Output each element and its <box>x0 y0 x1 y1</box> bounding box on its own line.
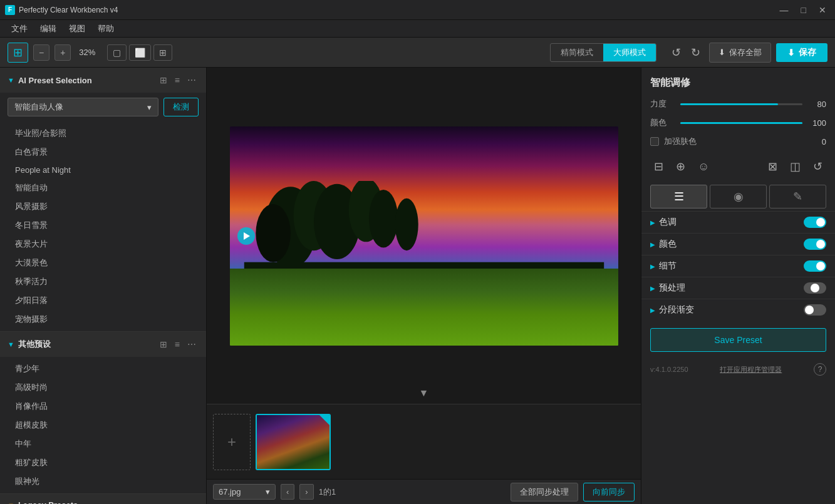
skin-tone-checkbox[interactable] <box>650 137 659 146</box>
list-item[interactable]: 中年 <box>0 435 206 453</box>
preprocess-toggle-row[interactable]: ▶ 预处理 <box>641 277 835 299</box>
zoom-out-button[interactable]: − <box>33 44 49 61</box>
strength-row: 力度 80 <box>641 95 835 113</box>
other-section-toggle[interactable]: ▼ <box>8 341 14 348</box>
color-value: 100 <box>807 118 826 128</box>
color-tone-toggle-switch[interactable] <box>804 217 826 228</box>
thumbnail-item[interactable] <box>256 414 331 470</box>
detail-toggle-label: 细节 <box>659 260 804 272</box>
right-panel-title: 智能调修 <box>641 68 835 95</box>
detail-toggle-switch[interactable] <box>804 260 826 272</box>
menu-help[interactable]: 帮助 <box>91 21 120 37</box>
other-list-view-button[interactable]: ≡ <box>172 338 182 351</box>
preset-dropdown[interactable]: 智能自动人像 ▾ <box>8 98 158 116</box>
menu-file[interactable]: 文件 <box>5 21 34 37</box>
view-compare-button[interactable]: ⬜ <box>129 44 151 61</box>
other-section-title: 其他预设 <box>18 339 153 350</box>
detail-toggle-row[interactable]: ▶ 细节 <box>641 255 835 277</box>
list-item[interactable]: 宠物摄影 <box>0 310 206 329</box>
save-button[interactable]: ⬇ 保存 <box>776 43 827 62</box>
filename-selector[interactable]: 67.jpg ▾ <box>213 484 276 500</box>
globe-tab-button[interactable]: ◉ <box>710 185 767 208</box>
skin-tone-row: 加强肤色 0 <box>641 132 835 151</box>
list-item[interactable]: 风景摄影 <box>0 197 206 216</box>
other-grid-view-button[interactable]: ⊞ <box>157 338 170 351</box>
color-toggle-switch[interactable] <box>804 239 826 250</box>
next-image-button[interactable]: › <box>299 484 313 500</box>
face-tool-button[interactable]: ☺ <box>694 158 713 176</box>
logo-button[interactable]: ⊞ <box>8 43 28 63</box>
list-item[interactable]: 冬日雪景 <box>0 216 206 235</box>
close-button[interactable]: ✕ <box>815 4 830 16</box>
add-image-button[interactable]: + <box>213 414 251 470</box>
ai-grid-view-button[interactable]: ⊞ <box>157 74 170 86</box>
list-item[interactable]: 夕阳日落 <box>0 291 206 310</box>
view-split-button[interactable]: ⊞ <box>153 44 172 61</box>
adjustment-tabs: ☰ ◉ ✎ <box>641 182 835 211</box>
zoom-in-button[interactable]: + <box>54 44 71 61</box>
ai-preset-section: ▼ AI Preset Selection ⊞ ≡ ⋯ 智能自动人像 ▾ 检测 … <box>0 68 206 332</box>
skin-tone-label: 加强肤色 <box>664 136 802 147</box>
rotate-tool-button[interactable]: ↺ <box>809 157 826 176</box>
sync-forward-button[interactable]: 向前同步 <box>583 483 635 501</box>
play-button[interactable] <box>237 227 255 245</box>
color-tool-button[interactable]: ◫ <box>786 157 804 176</box>
sync-all-button[interactable]: 全部同步处理 <box>511 483 578 501</box>
ai-section-toggle[interactable]: ▼ <box>8 76 14 84</box>
simple-mode-button[interactable]: 精简模式 <box>551 44 603 61</box>
transform-tool-button[interactable]: ⊕ <box>672 157 689 176</box>
minimize-button[interactable]: — <box>776 4 792 16</box>
list-item[interactable]: 粗犷皮肤 <box>0 453 206 472</box>
legacy-section-toggle[interactable]: ▼ <box>8 501 14 505</box>
color-toggle-row[interactable]: ▶ 颜色 <box>641 233 835 255</box>
list-item[interactable]: 夜景大片 <box>0 235 206 254</box>
sliders-tab-button[interactable]: ☰ <box>650 185 707 208</box>
maximize-button[interactable]: □ <box>797 4 810 16</box>
help-button[interactable]: ? <box>814 363 826 376</box>
redo-button[interactable]: ↻ <box>687 43 704 62</box>
list-item[interactable]: 眼神光 <box>0 472 206 491</box>
tool-icons-row: ⊟ ⊕ ☺ ⊠ ◫ ↺ <box>641 151 835 182</box>
list-item[interactable]: 秋季活力 <box>0 272 206 291</box>
preset-dropdown-value: 智能自动人像 <box>14 101 63 113</box>
list-item[interactable]: 超模皮肤 <box>0 416 206 435</box>
gradient-toggle-row[interactable]: ▶ 分段渐变 <box>641 299 835 321</box>
list-item[interactable]: 智能自动 <box>0 178 206 197</box>
detect-button[interactable]: 检测 <box>163 98 199 116</box>
bottom-bar: 67.jpg ▾ ‹ › 1的1 全部同步处理 向前同步 <box>207 479 641 504</box>
ai-more-button[interactable]: ⋯ <box>185 74 199 86</box>
save-preset-button[interactable]: Save Preset <box>650 328 826 352</box>
paint-tab-button[interactable]: ✎ <box>769 185 826 208</box>
list-item[interactable]: 白色背景 <box>0 143 206 162</box>
color-slider[interactable] <box>680 122 802 124</box>
crop-tool-button[interactable]: ⊟ <box>650 157 667 176</box>
prev-image-button[interactable]: ‹ <box>281 484 294 500</box>
menu-view[interactable]: 视图 <box>63 21 91 37</box>
save-all-icon: ⬇ <box>718 48 725 57</box>
app-manager-link[interactable]: 打开应用程序管理器 <box>720 365 782 374</box>
list-item[interactable]: 毕业照/合影照 <box>0 124 206 143</box>
gradient-toggle-arrow: ▶ <box>650 307 655 314</box>
save-all-button[interactable]: ⬇ 保存全部 <box>709 43 771 63</box>
preprocess-toggle-switch[interactable] <box>804 282 826 294</box>
undo-button[interactable]: ↺ <box>668 43 685 62</box>
list-item[interactable]: People at Night <box>0 162 206 178</box>
levels-tool-button[interactable]: ⊠ <box>764 157 781 176</box>
list-item[interactable]: 青少年 <box>0 359 206 378</box>
ai-list-view-button[interactable]: ≡ <box>172 74 182 86</box>
title-bar: F Perfectly Clear Workbench v4 — □ ✕ <box>0 0 835 20</box>
other-more-button[interactable]: ⋯ <box>185 338 199 351</box>
undo-redo-group: ↺ ↻ <box>668 43 704 62</box>
mode-toggle: 精简模式 大师模式 <box>550 43 656 62</box>
list-item[interactable]: 高级时尚 <box>0 378 206 397</box>
menu-edit[interactable]: 编辑 <box>34 21 63 37</box>
preprocess-toggle-arrow: ▶ <box>650 285 655 292</box>
color-tone-toggle-row[interactable]: ▶ 色调 <box>641 211 835 233</box>
list-item[interactable]: 肖像作品 <box>0 397 206 416</box>
list-item[interactable]: 大漠景色 <box>0 254 206 272</box>
gradient-toggle-switch[interactable] <box>804 304 826 316</box>
master-mode-button[interactable]: 大师模式 <box>603 44 656 61</box>
color-slider-fill <box>680 122 802 124</box>
strength-slider[interactable] <box>680 103 802 105</box>
view-single-button[interactable]: ▢ <box>107 44 127 61</box>
